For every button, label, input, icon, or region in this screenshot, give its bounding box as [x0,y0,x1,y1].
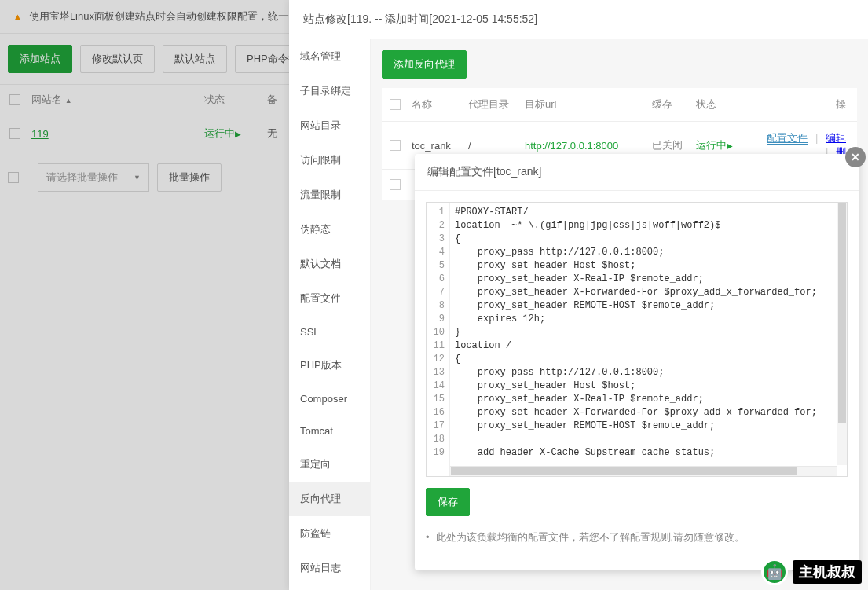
ph-name: 名称 [408,97,465,112]
ph-dir: 代理目录 [465,97,522,112]
sidebar-item-12[interactable]: 重定向 [289,447,370,482]
proxy-select-all[interactable] [390,99,401,110]
site-modal-title: 站点修改[119. -- 添加时间[2021-12-05 14:55:52] [289,0,868,39]
brand-text: 主机叔叔 [793,560,862,584]
ph-op: 操 [756,97,849,112]
sidebar-item-9[interactable]: PHP版本 [289,348,370,383]
sidebar-item-8[interactable]: SSL [289,316,370,348]
config-modal-title: 编辑配置文件[toc_rank] [415,154,859,191]
code-editor[interactable]: 1 2 3 4 5 6 7 8 9 10 11 12 13 14 15 16 1… [426,202,848,477]
ph-cache: 缓存 [649,97,693,112]
proxy-row-checkbox[interactable] [390,179,401,190]
sidebar-item-5[interactable]: 伪静态 [289,212,370,247]
proxy-edit-link[interactable]: 编辑 [826,132,846,144]
save-button[interactable]: 保存 [426,488,470,516]
scrollbar-vertical[interactable] [837,203,847,465]
sidebar-item-1[interactable]: 子目录绑定 [289,74,370,108]
proxy-table-header: 名称 代理目录 目标url 缓存 状态 操 [382,88,857,121]
proxy-config-link[interactable]: 配置文件 [767,132,808,145]
scrollbar-horizontal[interactable] [450,466,837,476]
code-content[interactable]: #PROXY-START/ location ~* \.(gif|png|jpg… [450,203,847,476]
sidebar-item-14[interactable]: 防盗链 [289,516,370,551]
proxy-status[interactable]: 运行中▶ [693,138,756,152]
sidebar-item-7[interactable]: 配置文件 [289,281,370,316]
sidebar-item-13[interactable]: 反向代理 [289,482,370,516]
sidebar-item-10[interactable]: Composer [289,383,370,415]
close-icon[interactable]: ✕ [845,147,866,167]
ph-target: 目标url [522,97,649,112]
proxy-name: toc_rank [408,140,465,152]
proxy-dir: / [465,140,522,152]
proxy-row-checkbox[interactable] [390,140,401,151]
sidebar-item-0[interactable]: 域名管理 [289,39,370,74]
config-editor-modal: ✕ 编辑配置文件[toc_rank] 1 2 3 4 5 6 7 8 9 10 … [415,154,859,570]
sidebar-item-4[interactable]: 流量限制 [289,178,370,212]
proxy-target[interactable]: http://127.0.0.1:8000 [522,140,649,152]
sidebar-item-15[interactable]: 网站日志 [289,551,370,585]
site-sidebar: 域名管理子目录绑定网站目录访问限制流量限制伪静态默认文档配置文件SSLPHP版本… [289,39,371,590]
config-note: •此处为该负载均衡的配置文件，若您不了解配置规则,请勿随意修改。 [426,530,848,544]
sidebar-item-3[interactable]: 访问限制 [289,143,370,178]
mascot-icon: 🤖 [761,559,788,585]
ph-status: 状态 [693,97,756,112]
add-proxy-button[interactable]: 添加反向代理 [382,50,467,79]
sidebar-item-6[interactable]: 默认文档 [289,247,370,281]
sidebar-item-2[interactable]: 网站目录 [289,108,370,143]
proxy-cache[interactable]: 已关闭 [649,138,693,152]
sidebar-item-11[interactable]: Tomcat [289,415,370,447]
line-gutter: 1 2 3 4 5 6 7 8 9 10 11 12 13 14 15 16 1… [427,203,450,476]
brand-watermark: 🤖 主机叔叔 [761,559,862,585]
